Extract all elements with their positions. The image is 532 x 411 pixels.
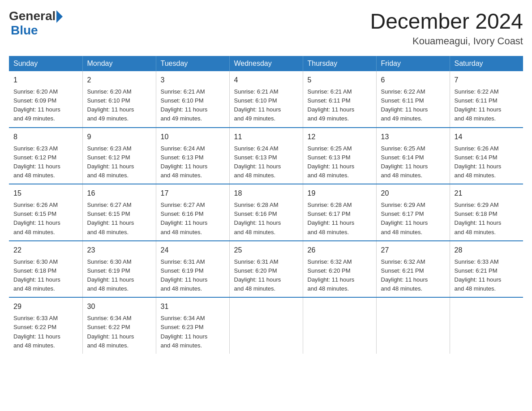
calendar-cell: 29 Sunrise: 6:33 AM Sunset: 6:22 PM Dayl… (9, 297, 82, 354)
day-number: 22 (13, 245, 78, 256)
day-number: 31 (161, 301, 225, 312)
day-info: Sunrise: 6:24 AM Sunset: 6:13 PM Dayligh… (234, 144, 298, 180)
day-info: Sunrise: 6:26 AM Sunset: 6:15 PM Dayligh… (13, 201, 78, 237)
day-info: Sunrise: 6:28 AM Sunset: 6:17 PM Dayligh… (308, 201, 372, 237)
header-thursday: Thursday (303, 56, 376, 71)
day-info: Sunrise: 6:21 AM Sunset: 6:11 PM Dayligh… (308, 87, 372, 124)
calendar-week-3: 15 Sunrise: 6:26 AM Sunset: 6:15 PM Dayl… (9, 184, 523, 241)
calendar-cell: 1 Sunrise: 6:20 AM Sunset: 6:09 PM Dayli… (9, 71, 82, 128)
day-number: 10 (161, 132, 225, 142)
logo: General Blue (9, 9, 63, 38)
calendar-cell: 4 Sunrise: 6:21 AM Sunset: 6:10 PM Dayli… (229, 71, 303, 128)
day-info: Sunrise: 6:30 AM Sunset: 6:18 PM Dayligh… (13, 257, 78, 294)
page-header: General Blue December 2024 Kouameagui, I… (9, 9, 523, 47)
day-info: Sunrise: 6:24 AM Sunset: 6:13 PM Dayligh… (161, 144, 225, 180)
day-info: Sunrise: 6:31 AM Sunset: 6:19 PM Dayligh… (161, 257, 225, 294)
logo-blue-text: Blue (11, 23, 63, 38)
calendar-week-1: 1 Sunrise: 6:20 AM Sunset: 6:09 PM Dayli… (9, 71, 523, 128)
calendar-cell: 5 Sunrise: 6:21 AM Sunset: 6:11 PM Dayli… (303, 71, 376, 128)
day-number: 4 (234, 75, 298, 86)
day-number: 5 (308, 75, 372, 86)
calendar-cell: 11 Sunrise: 6:24 AM Sunset: 6:13 PM Dayl… (229, 128, 303, 184)
calendar-cell: 19 Sunrise: 6:28 AM Sunset: 6:17 PM Dayl… (303, 184, 376, 241)
day-info: Sunrise: 6:34 AM Sunset: 6:23 PM Dayligh… (161, 314, 225, 350)
title-section: December 2024 Kouameagui, Ivory Coast (370, 9, 523, 47)
day-number: 26 (308, 245, 372, 256)
calendar-header: SundayMondayTuesdayWednesdayThursdayFrid… (9, 56, 523, 71)
day-info: Sunrise: 6:27 AM Sunset: 6:15 PM Dayligh… (87, 201, 151, 237)
day-number: 17 (161, 188, 225, 199)
day-info: Sunrise: 6:23 AM Sunset: 6:12 PM Dayligh… (13, 144, 78, 180)
calendar-cell: 25 Sunrise: 6:31 AM Sunset: 6:20 PM Dayl… (229, 241, 303, 298)
day-info: Sunrise: 6:28 AM Sunset: 6:16 PM Dayligh… (234, 201, 298, 237)
day-info: Sunrise: 6:22 AM Sunset: 6:11 PM Dayligh… (381, 87, 445, 124)
calendar-cell: 9 Sunrise: 6:23 AM Sunset: 6:12 PM Dayli… (82, 128, 156, 184)
day-number: 21 (455, 188, 519, 199)
calendar-cell: 12 Sunrise: 6:25 AM Sunset: 6:13 PM Dayl… (303, 128, 376, 184)
calendar-cell (229, 297, 303, 354)
day-info: Sunrise: 6:20 AM Sunset: 6:10 PM Dayligh… (87, 87, 151, 124)
day-info: Sunrise: 6:32 AM Sunset: 6:21 PM Dayligh… (381, 257, 445, 294)
location-title: Kouameagui, Ivory Coast (370, 35, 523, 47)
calendar-cell: 15 Sunrise: 6:26 AM Sunset: 6:15 PM Dayl… (9, 184, 82, 241)
day-number: 16 (87, 188, 151, 199)
day-number: 19 (308, 188, 372, 199)
calendar-cell: 31 Sunrise: 6:34 AM Sunset: 6:23 PM Dayl… (156, 297, 229, 354)
calendar-cell (303, 297, 376, 354)
day-number: 27 (381, 245, 445, 256)
day-info: Sunrise: 6:21 AM Sunset: 6:10 PM Dayligh… (161, 87, 225, 124)
day-info: Sunrise: 6:21 AM Sunset: 6:10 PM Dayligh… (234, 87, 298, 124)
calendar-cell: 27 Sunrise: 6:32 AM Sunset: 6:21 PM Dayl… (376, 241, 450, 298)
day-info: Sunrise: 6:27 AM Sunset: 6:16 PM Dayligh… (161, 201, 225, 237)
calendar-week-2: 8 Sunrise: 6:23 AM Sunset: 6:12 PM Dayli… (9, 128, 523, 184)
calendar-cell: 26 Sunrise: 6:32 AM Sunset: 6:20 PM Dayl… (303, 241, 376, 298)
calendar-cell: 20 Sunrise: 6:29 AM Sunset: 6:17 PM Dayl… (376, 184, 450, 241)
day-info: Sunrise: 6:23 AM Sunset: 6:12 PM Dayligh… (87, 144, 151, 180)
calendar-cell: 16 Sunrise: 6:27 AM Sunset: 6:15 PM Dayl… (82, 184, 156, 241)
calendar-week-5: 29 Sunrise: 6:33 AM Sunset: 6:22 PM Dayl… (9, 297, 523, 354)
day-number: 12 (308, 132, 372, 142)
calendar-cell: 8 Sunrise: 6:23 AM Sunset: 6:12 PM Dayli… (9, 128, 82, 184)
day-info: Sunrise: 6:29 AM Sunset: 6:18 PM Dayligh… (455, 201, 519, 237)
calendar-cell: 22 Sunrise: 6:30 AM Sunset: 6:18 PM Dayl… (9, 241, 82, 298)
day-info: Sunrise: 6:29 AM Sunset: 6:17 PM Dayligh… (381, 201, 445, 237)
day-info: Sunrise: 6:33 AM Sunset: 6:22 PM Dayligh… (13, 314, 78, 350)
day-info: Sunrise: 6:25 AM Sunset: 6:13 PM Dayligh… (308, 144, 372, 180)
month-title: December 2024 (370, 9, 523, 34)
calendar-cell: 14 Sunrise: 6:26 AM Sunset: 6:14 PM Dayl… (450, 128, 523, 184)
day-number: 15 (13, 188, 78, 199)
day-number: 8 (13, 132, 78, 142)
calendar-cell: 23 Sunrise: 6:30 AM Sunset: 6:19 PM Dayl… (82, 241, 156, 298)
day-number: 1 (13, 75, 78, 86)
header-saturday: Saturday (450, 56, 523, 71)
day-number: 30 (87, 301, 151, 312)
header-wednesday: Wednesday (229, 56, 303, 71)
day-number: 20 (381, 188, 445, 199)
day-info: Sunrise: 6:34 AM Sunset: 6:22 PM Dayligh… (87, 314, 151, 350)
header-monday: Monday (82, 56, 156, 71)
day-number: 23 (87, 245, 151, 256)
day-number: 6 (381, 75, 445, 86)
day-info: Sunrise: 6:26 AM Sunset: 6:14 PM Dayligh… (455, 144, 519, 180)
logo-general-text: General (9, 9, 56, 23)
calendar-cell: 7 Sunrise: 6:22 AM Sunset: 6:11 PM Dayli… (450, 71, 523, 128)
day-number: 24 (161, 245, 225, 256)
day-info: Sunrise: 6:25 AM Sunset: 6:14 PM Dayligh… (381, 144, 445, 180)
day-info: Sunrise: 6:33 AM Sunset: 6:21 PM Dayligh… (455, 257, 519, 294)
header-sunday: Sunday (9, 56, 82, 71)
day-number: 9 (87, 132, 151, 142)
day-number: 7 (455, 75, 519, 86)
logo-arrow-icon (56, 10, 63, 23)
day-number: 29 (13, 301, 78, 312)
calendar-cell (376, 297, 450, 354)
day-info: Sunrise: 6:32 AM Sunset: 6:20 PM Dayligh… (308, 257, 372, 294)
header-tuesday: Tuesday (156, 56, 229, 71)
calendar-cell: 3 Sunrise: 6:21 AM Sunset: 6:10 PM Dayli… (156, 71, 229, 128)
calendar-table: SundayMondayTuesdayWednesdayThursdayFrid… (9, 56, 523, 354)
day-info: Sunrise: 6:31 AM Sunset: 6:20 PM Dayligh… (234, 257, 298, 294)
calendar-cell: 24 Sunrise: 6:31 AM Sunset: 6:19 PM Dayl… (156, 241, 229, 298)
calendar-cell: 18 Sunrise: 6:28 AM Sunset: 6:16 PM Dayl… (229, 184, 303, 241)
header-friday: Friday (376, 56, 450, 71)
day-info: Sunrise: 6:22 AM Sunset: 6:11 PM Dayligh… (455, 87, 519, 124)
day-info: Sunrise: 6:20 AM Sunset: 6:09 PM Dayligh… (13, 87, 78, 124)
